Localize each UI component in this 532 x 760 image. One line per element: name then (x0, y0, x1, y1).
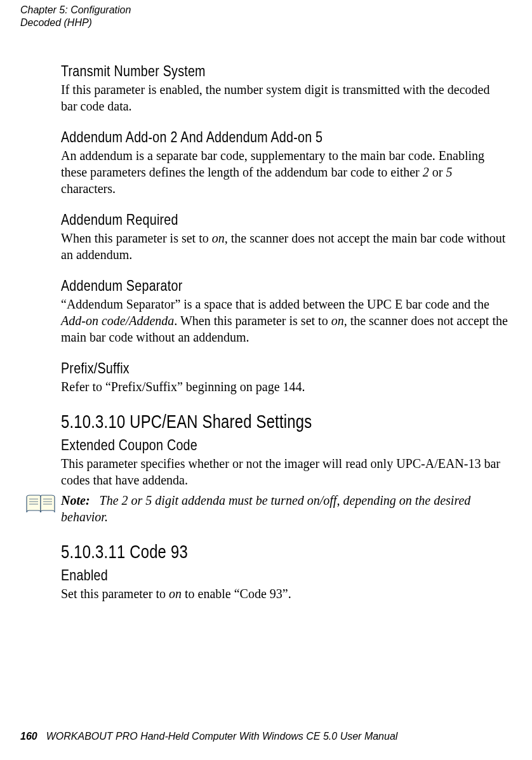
note-block: Note: The 2 or 5 digit addenda must be t… (20, 492, 508, 525)
text-italic: Add-on code/Addenda (61, 314, 174, 328)
text: When this parameter is set to (61, 231, 212, 245)
text: Set this parameter to (61, 587, 169, 601)
para-addendum-required: When this parameter is set to on, the sc… (61, 230, 508, 263)
para-extended-coupon-code: This parameter specifies whether or not … (61, 455, 508, 488)
page-number: 160 (20, 731, 37, 742)
header-section: Decoded (HHP) (20, 17, 512, 29)
heading-prefix-suffix: Prefix/Suffix (61, 359, 508, 377)
page: Chapter 5: Configuration Decoded (HHP) T… (0, 0, 532, 760)
heading-upc-ean-shared: 5.10.3.10 UPC/EAN Shared Settings (61, 411, 508, 432)
header-chapter: Chapter 5: Configuration (20, 4, 512, 17)
para-enabled: Set this parameter to on to enable “Code… (61, 585, 508, 602)
heading-transmit-number-system: Transmit Number System (61, 62, 508, 80)
heading-addendum-separator: Addendum Separator (61, 277, 508, 295)
heading-addendum-2-5: Addendum Add-on 2 And Addendum Add-on 5 (61, 128, 508, 146)
text: characters. (61, 182, 116, 196)
para-prefix-suffix: Refer to “Prefix/Suffix” beginning on pa… (61, 378, 508, 395)
text-italic: 5 (446, 165, 452, 179)
footer: 160WORKABOUT PRO Hand-Held Computer With… (20, 731, 512, 742)
text: or (429, 165, 446, 179)
text: An addendum is a separate bar code, supp… (61, 149, 484, 179)
text-italic: on (169, 587, 182, 601)
text: “Addendum Separator” is a space that is … (61, 297, 489, 311)
content-body: Transmit Number System If this parameter… (20, 29, 512, 602)
text-italic: 2 (423, 165, 429, 179)
text: to enable “Code 93”. (182, 587, 291, 601)
para-addendum-separator: “Addendum Separator” is a space that is … (61, 296, 508, 345)
para-addendum-2-5: An addendum is a separate bar code, supp… (61, 147, 508, 197)
running-header: Chapter 5: Configuration Decoded (HHP) (20, 0, 512, 29)
text: . When this parameter is set to (174, 314, 331, 328)
para-transmit-number-system: If this parameter is enabled, the number… (61, 81, 508, 114)
heading-extended-coupon-code: Extended Coupon Code (61, 436, 508, 454)
heading-addendum-required: Addendum Required (61, 211, 508, 229)
footer-text: WORKABOUT PRO Hand-Held Computer With Wi… (46, 731, 398, 742)
text-italic: on, (212, 231, 228, 245)
text-italic: on, (331, 314, 347, 328)
heading-code-93: 5.10.3.11 Code 93 (61, 542, 508, 563)
heading-enabled: Enabled (61, 566, 508, 584)
note-label: Note: (61, 493, 90, 507)
note-text: Note: The 2 or 5 digit addenda must be t… (61, 492, 508, 525)
book-icon (25, 493, 56, 516)
note-body: The 2 or 5 digit addenda must be turned … (61, 493, 470, 524)
